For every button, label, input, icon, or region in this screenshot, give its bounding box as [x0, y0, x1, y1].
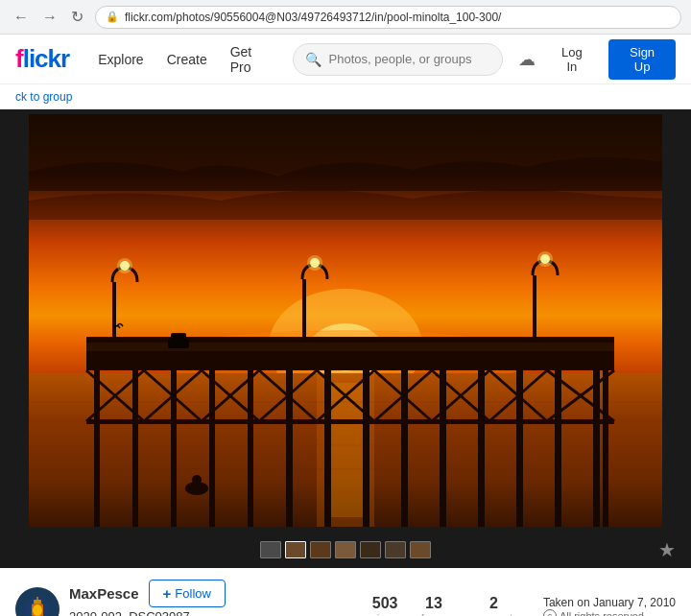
svg-rect-34	[94, 370, 100, 527]
search-icon: 🔍	[305, 52, 322, 67]
photo-thumbnails	[260, 535, 431, 564]
avatar[interactable]	[15, 587, 60, 616]
header-actions: ☁ Log In Sign Up	[518, 39, 677, 80]
svg-rect-12	[86, 349, 614, 370]
photo-info-section: PRO MaxPesce + Follow 2020-092_DSC03087 …	[0, 568, 691, 616]
views-stat: 503 views	[371, 595, 398, 616]
photo-container	[0, 109, 691, 532]
back-button[interactable]: ←	[10, 7, 33, 28]
address-bar[interactable]: 🔒 flickr.com/photos/90556004@N03/4972649…	[95, 6, 681, 29]
browser-chrome: ← → ↻ 🔒 flickr.com/photos/90556004@N03/4…	[0, 0, 691, 35]
svg-rect-43	[440, 370, 446, 527]
svg-point-57	[537, 251, 553, 267]
rights-text: All rights reserved	[560, 610, 644, 616]
svg-rect-33	[86, 419, 614, 424]
search-bar[interactable]: 🔍	[293, 43, 503, 76]
svg-rect-41	[363, 370, 369, 527]
flickr-logo[interactable]: flickr	[15, 44, 69, 74]
svg-point-54	[307, 255, 322, 271]
photo-strip-container: ★	[0, 532, 691, 568]
reload-button[interactable]: ↻	[67, 6, 87, 28]
svg-point-51	[117, 258, 132, 273]
follow-label: Follow	[175, 586, 211, 601]
svg-rect-63	[34, 600, 41, 604]
svg-rect-48	[603, 370, 608, 527]
avatar-icon	[23, 592, 52, 616]
svg-rect-37	[209, 370, 215, 527]
create-nav[interactable]: Create	[157, 46, 217, 73]
svg-rect-49	[112, 282, 116, 340]
svg-rect-45	[516, 370, 523, 527]
stats-row: 503 views 13 faves 2 comments	[371, 595, 518, 616]
views-label: views	[371, 612, 398, 616]
comments-label: comments	[469, 612, 518, 616]
thumbnail-2[interactable]	[285, 541, 306, 558]
svg-point-59	[192, 475, 202, 485]
comments-stat: 2 comments	[469, 595, 518, 616]
faves-label: faves	[421, 612, 446, 616]
url-text: flickr.com/photos/90556004@N03/497264937…	[125, 11, 501, 24]
rights-info: c All rights reserved	[543, 609, 676, 616]
svg-rect-39	[286, 370, 293, 527]
svg-rect-44	[478, 370, 485, 527]
taken-date: Taken on January 7, 2010	[543, 596, 676, 609]
lock-icon: 🔒	[106, 11, 119, 23]
faves-stat: 13 faves	[421, 595, 446, 616]
forward-button[interactable]: →	[38, 7, 61, 28]
svg-rect-42	[401, 370, 408, 527]
browser-controls: ← → ↻	[10, 6, 87, 28]
svg-rect-38	[248, 370, 253, 527]
svg-rect-55	[533, 275, 536, 338]
back-to-group[interactable]: ck to group	[0, 84, 691, 109]
flickr-header: flickr Explore Create Get Pro 🔍 ☁ Log In…	[0, 35, 691, 84]
taken-info: Taken on January 7, 2010 c All rights re…	[543, 596, 676, 616]
views-count: 503	[371, 595, 398, 612]
faves-count: 13	[421, 595, 446, 612]
signup-button[interactable]: Sign Up	[608, 39, 676, 80]
photo-title: 2020-092_DSC03087	[69, 609, 231, 616]
svg-rect-35	[132, 370, 138, 527]
thumbnail-3[interactable]	[310, 541, 331, 558]
svg-rect-61	[171, 333, 186, 341]
svg-rect-46	[555, 370, 561, 527]
author-name[interactable]: MaxPesce	[69, 585, 139, 602]
thumbnail-5[interactable]	[360, 541, 381, 558]
header-nav: Explore Create Get Pro	[88, 38, 276, 81]
author-info: MaxPesce + Follow 2020-092_DSC03087 Pict…	[69, 580, 231, 616]
photo-image	[29, 114, 662, 527]
getpro-nav[interactable]: Get Pro	[221, 38, 277, 81]
login-button[interactable]: Log In	[543, 39, 602, 80]
comments-count: 2	[469, 595, 518, 612]
thumbnail-1[interactable]	[260, 541, 281, 558]
svg-rect-52	[302, 279, 306, 337]
author-avatar-container: PRO	[15, 587, 60, 616]
thumbnail-6[interactable]	[385, 541, 406, 558]
svg-rect-7	[326, 383, 365, 517]
svg-point-65	[33, 604, 42, 616]
svg-rect-40	[324, 370, 331, 527]
thumbnail-7[interactable]	[410, 541, 431, 558]
copyright-icon: c	[543, 609, 557, 616]
follow-button[interactable]: + Follow	[149, 580, 226, 607]
search-input[interactable]	[329, 52, 490, 66]
plus-icon: +	[163, 585, 172, 602]
upload-button[interactable]: ☁	[518, 49, 536, 70]
svg-rect-36	[171, 370, 177, 527]
author-row: PRO MaxPesce + Follow 2020-092_DSC03087 …	[15, 580, 676, 616]
thumbnail-4[interactable]	[335, 541, 356, 558]
favorite-star-icon[interactable]: ★	[658, 538, 676, 561]
svg-rect-47	[593, 370, 600, 527]
explore-nav[interactable]: Explore	[88, 46, 153, 73]
svg-rect-13	[86, 342, 614, 351]
